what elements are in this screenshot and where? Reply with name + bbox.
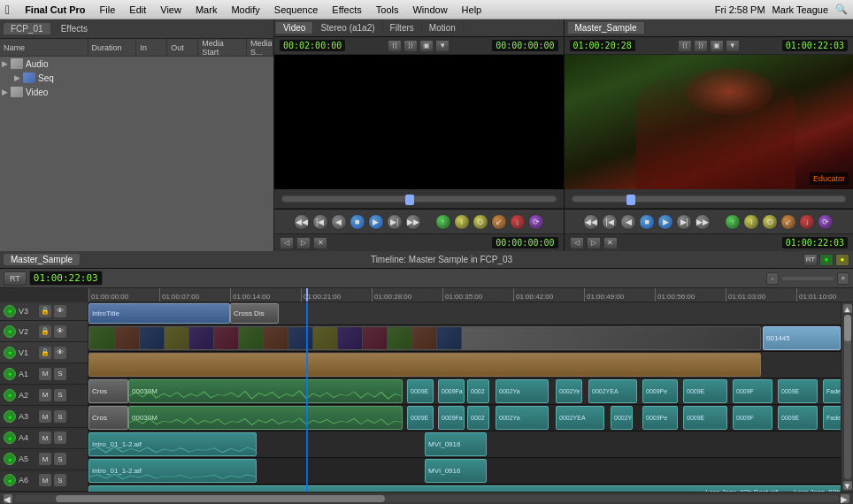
btn-jog-left[interactable]: ◀◀ [294,214,310,230]
clip-a1-0002ya[interactable]: 0002Ya [496,379,549,403]
clip-a3-mv0916[interactable]: MVI_0916 [425,432,487,456]
canvas-btn-overwrite[interactable]: ↓ [799,214,815,230]
clip-a4-mv0916b[interactable]: MVI_0916 [425,459,487,483]
clip-v3-introtitle[interactable]: IntroTitle [88,303,230,324]
btn-clear[interactable]: ✕ [313,237,327,249]
track-mute-a2[interactable]: M [39,389,51,401]
track-enable-a5[interactable]: ● [4,453,16,465]
menu-edit[interactable]: Edit [123,3,152,17]
track-solo-a2[interactable]: S [54,389,66,401]
clip-a1-cros[interactable]: Cros [88,379,128,403]
timeline-timecode[interactable]: 01:00:22:03 [29,271,103,286]
canvas-btn-4[interactable]: ▼ [726,40,740,52]
scroll-thumb[interactable] [844,315,851,341]
clip-a1-009e2[interactable]: 0009E [683,379,727,403]
track-solo-a5[interactable]: S [54,453,66,465]
btn-play[interactable]: ▶ [368,214,384,230]
clip-v2-001445[interactable]: 001445 [763,326,841,350]
col-out[interactable]: Out [167,39,198,56]
clip-a1-0009pe[interactable]: 0009Pe [642,379,678,403]
clip-a1-00030m[interactable]: 00030M [128,379,403,403]
track-lock-v2[interactable]: 🔒 [39,325,51,338]
source-btn-1[interactable]: ⟨⟨ [388,40,402,52]
track-enable-a4[interactable]: ● [4,431,16,444]
canvas-btn-play[interactable]: ▶ [657,214,673,230]
canvas-btn-next-edit[interactable]: ▶| [676,214,692,230]
canvas-btn-2[interactable]: ⟩⟩ [694,40,708,52]
zoom-out-btn[interactable]: - [766,272,779,285]
clip-v1-main[interactable] [88,353,761,377]
menu-sequence[interactable]: Sequence [268,3,325,17]
canvas-btn-1[interactable]: ⟨⟨ [678,40,692,52]
menu-tools[interactable]: Tools [370,3,405,17]
tab-project[interactable]: FCP_01 [4,23,50,34]
track-enable-v3[interactable]: ● [4,305,16,317]
track-mute-a1[interactable]: M [39,368,51,380]
track-enable-v2[interactable]: ● [4,325,16,338]
btn-stop[interactable]: ■ [350,214,365,230]
canvas-scrubber[interactable] [572,195,847,202]
canvas-btn-jog-left[interactable]: ◀◀ [583,214,599,230]
canvas-btn-prev-edit[interactable]: |◀ [602,214,618,230]
list-item[interactable]: ▶ Seq [0,71,273,85]
hscroll-right-btn[interactable]: ▶ [841,494,849,503]
btn-prev-edit[interactable]: |◀ [312,214,328,230]
source-btn-3[interactable]: ▣ [419,40,434,52]
menu-effects[interactable]: Effects [326,3,367,17]
canvas-btn-3[interactable]: ▣ [710,40,724,52]
menu-file[interactable]: File [94,3,122,17]
clip-a4-intro[interactable]: Intro_01_1-2.aif [88,459,257,483]
clip-a1-0002[interactable]: 0002 [467,379,489,403]
clip-a1-0009pb[interactable]: 0002Ye [556,379,582,403]
hscroll-thumb[interactable] [56,495,386,502]
track-mute-a5[interactable]: M [39,453,51,465]
rt-button[interactable]: RT [4,271,27,286]
canvas-btn-insert[interactable]: ↙ [780,214,796,230]
track-enable-a2[interactable]: ● [4,389,16,401]
canvas-go-out[interactable]: ▷ [587,237,601,249]
clip-a1-fade[interactable]: Fade [823,379,841,403]
canvas-go-in[interactable]: ◁ [570,237,584,249]
clip-a2-0002[interactable]: 0002 [467,406,489,430]
clip-a2-00030m[interactable]: 00030M [128,406,403,430]
clip-a1-0009fb[interactable]: 0009E [778,379,818,403]
menu-mark[interactable]: Mark [189,3,223,17]
clip-a2-0009fa[interactable]: 0009Fa [438,406,465,430]
btn-play-reverse[interactable]: ◀ [331,214,347,230]
clip-a2-cros[interactable]: Cros [88,406,128,430]
clip-a3-intro[interactable]: Intro_01_1-2.aif [88,432,257,456]
col-name[interactable]: Name [0,39,88,56]
track-lock-v3[interactable]: 🔒 [39,305,51,317]
track-enable-a3[interactable]: ● [4,410,16,423]
tl-btn-green[interactable]: ● [819,254,834,266]
scroll-down-btn[interactable]: ▼ [843,481,852,490]
scroll-up-btn[interactable]: ▲ [843,304,852,313]
list-item[interactable]: ▶ Audio [0,57,273,71]
timeline-scrollbar[interactable]: ▲ ▼ [841,302,853,492]
track-enable-a1[interactable]: ● [4,368,16,380]
tab-canvas-title[interactable]: Master_Sample [568,22,645,34]
btn-jog-right[interactable]: ▶▶ [405,214,421,230]
canvas-btn-mark-out[interactable]: O [762,214,778,230]
track-vis-v1[interactable]: 👁 [54,347,66,359]
track-enable-a6[interactable]: ● [4,474,16,486]
btn-overwrite[interactable]: ↓ [510,214,526,230]
tab-stereo[interactable]: Stereo (a1a2) [313,22,382,34]
track-solo-a3[interactable]: S [54,410,66,423]
clip-a2-009e2b[interactable]: 0009E [683,406,727,430]
clip-v2-main[interactable] [88,326,761,350]
clip-a1-0002yea[interactable]: 0002YEA [588,379,637,403]
canvas-btn-mark-in[interactable]: I [743,214,759,230]
col-duration[interactable]: Duration [88,39,137,56]
tab-filters[interactable]: Filters [383,22,422,34]
col-media-end[interactable]: Media S... [247,39,273,56]
search-icon[interactable]: 🔍 [835,4,848,15]
clip-a1-0009fa[interactable]: 0009Fa [438,379,465,403]
clip-v3-crossdis[interactable]: Cross Dis [230,303,279,324]
track-mute-a4[interactable]: M [39,431,51,444]
zoom-slider[interactable] [781,276,834,281]
track-lock-v1[interactable]: 🔒 [39,347,51,359]
clip-a2-0002ya[interactable]: 0002Ya [496,406,549,430]
menu-window[interactable]: Window [406,3,453,17]
btn-mark-out[interactable]: O [473,214,488,230]
